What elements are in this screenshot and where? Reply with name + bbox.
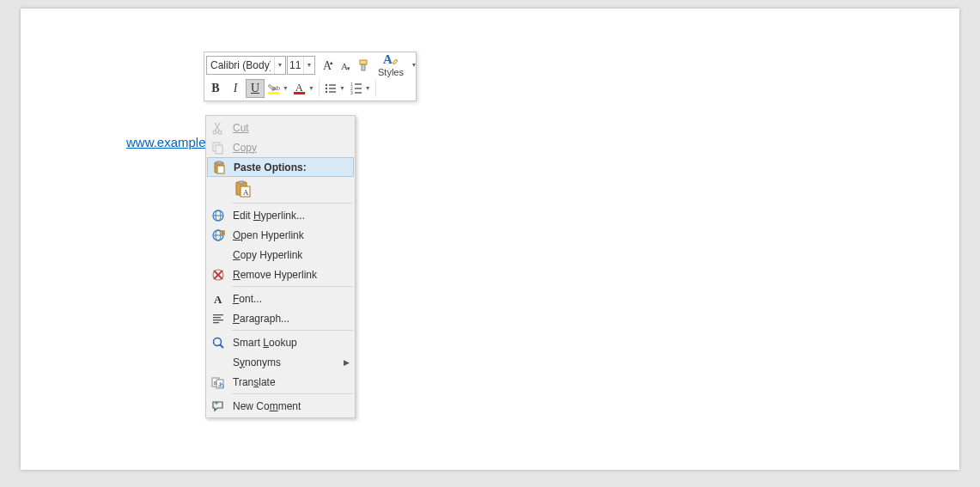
svg-rect-29	[217, 166, 224, 173]
svg-rect-26	[216, 145, 222, 154]
chevron-down-icon: ▼	[281, 85, 289, 91]
blank-icon	[209, 247, 228, 264]
svg-rect-45	[213, 314, 223, 315]
styles-icon: A	[382, 52, 399, 66]
svg-text:▴: ▴	[330, 59, 333, 65]
svg-text:A: A	[214, 293, 222, 306]
menu-item-paste-options[interactable]: Paste Options:	[207, 157, 354, 177]
separator	[375, 80, 376, 97]
remove-hyperlink-icon	[209, 266, 228, 283]
font-size-input[interactable]	[288, 59, 303, 71]
svg-text:A: A	[383, 52, 393, 66]
bullets-icon	[324, 82, 338, 95]
menu-item-copy[interactable]: Copy	[206, 137, 355, 157]
svg-text:3: 3	[350, 90, 353, 95]
svg-rect-4	[360, 60, 367, 64]
svg-rect-48	[213, 322, 219, 323]
svg-rect-5	[362, 64, 365, 70]
svg-rect-22	[355, 92, 362, 93]
menu-separator	[232, 393, 353, 394]
smart-lookup-icon	[209, 334, 228, 351]
numbering-button[interactable]: 1 2 3 ▼	[348, 79, 373, 98]
separator	[319, 80, 320, 97]
paste-icon	[210, 159, 228, 176]
format-painter-button[interactable]	[356, 56, 373, 75]
menu-item-paragraph[interactable]: Paragraph...	[206, 308, 355, 328]
svg-rect-12	[329, 84, 336, 85]
chevron-down-icon[interactable]: ▼	[303, 57, 314, 74]
cut-icon	[209, 119, 228, 137]
font-size-combo[interactable]: ▼	[287, 56, 315, 75]
decrease-font-size-button[interactable]: A▾	[338, 56, 355, 75]
highlight-icon: ab	[267, 82, 281, 95]
bold-button[interactable]: B	[206, 79, 225, 98]
paste-clipboard-icon: A	[234, 180, 252, 198]
menu-item-cut[interactable]: Cut	[206, 118, 355, 137]
styles-dropdown[interactable]: ▼	[405, 56, 422, 75]
svg-rect-14	[329, 88, 336, 88]
underline-button[interactable]: U	[246, 79, 265, 98]
menu-item-new-comment[interactable]: New Comment	[206, 396, 355, 416]
svg-text:A: A	[295, 82, 303, 94]
translate-icon: aあ	[209, 374, 228, 391]
open-hyperlink-icon	[209, 227, 228, 244]
font-name-combo[interactable]: ▼	[206, 56, 286, 75]
new-comment-icon	[209, 398, 228, 415]
format-painter-icon	[357, 58, 371, 72]
svg-rect-16	[329, 91, 336, 92]
edit-hyperlink-icon	[209, 207, 228, 224]
increase-font-size-button[interactable]: A▴	[320, 56, 337, 75]
submenu-arrow-icon: ▶	[344, 358, 350, 367]
svg-rect-28	[216, 161, 222, 164]
chevron-down-icon[interactable]: ▼	[274, 57, 285, 74]
svg-rect-8	[268, 92, 279, 94]
font-name-input[interactable]	[207, 59, 274, 71]
paste-options-row: A	[206, 177, 355, 201]
svg-rect-20	[355, 88, 362, 88]
numbering-icon: 1 2 3	[350, 82, 363, 95]
highlight-color-button[interactable]: ab ▼	[265, 79, 290, 98]
chevron-down-icon: ▼	[307, 85, 314, 91]
blank-icon	[209, 354, 228, 371]
svg-point-15	[326, 90, 327, 92]
font-icon: A	[209, 290, 228, 307]
styles-label: Styles	[378, 68, 404, 77]
svg-text:ab: ab	[272, 84, 280, 92]
svg-rect-18	[355, 83, 362, 84]
mini-toolbar: ▼ ▼ A▴ A▾ A Styles ▼ B I	[204, 52, 417, 101]
copy-icon	[209, 139, 228, 156]
styles-button[interactable]: A Styles	[378, 52, 404, 77]
svg-rect-46	[213, 317, 221, 318]
document-page: www.example.com	[21, 9, 959, 470]
paste-keep-text-only-button[interactable]: A	[232, 178, 254, 200]
underline-icon: U	[251, 82, 259, 95]
svg-text:▾: ▾	[347, 65, 350, 71]
chevron-down-icon: ▼	[363, 85, 371, 91]
menu-item-translate[interactable]: aあ Translate	[206, 372, 355, 392]
decrease-font-icon: A▾	[339, 58, 353, 72]
italic-button[interactable]: I	[226, 79, 245, 98]
menu-item-edit-hyperlink[interactable]: Edit Hyperlink...	[206, 205, 355, 225]
svg-rect-31	[239, 181, 244, 184]
chevron-down-icon: ▼	[338, 85, 345, 91]
font-color-button[interactable]: A ▼	[291, 79, 316, 98]
paragraph-icon	[209, 310, 228, 327]
context-menu: Cut Copy Paste Options: A	[205, 115, 356, 418]
menu-item-copy-hyperlink[interactable]: Copy Hyperlink	[206, 245, 355, 265]
menu-item-remove-hyperlink[interactable]: Remove Hyperlink	[206, 265, 355, 284]
svg-rect-10	[294, 92, 305, 94]
menu-item-font[interactable]: A Font...	[206, 289, 355, 308]
svg-point-11	[326, 83, 327, 85]
menu-item-open-hyperlink[interactable]: Open Hyperlink	[206, 225, 355, 245]
svg-text:あ: あ	[218, 381, 224, 388]
menu-separator	[232, 330, 353, 331]
font-color-icon: A	[293, 82, 307, 95]
svg-line-50	[220, 344, 223, 348]
menu-item-synonyms[interactable]: Synonyms ▶	[206, 352, 355, 372]
menu-separator	[232, 203, 353, 204]
svg-text:a: a	[214, 380, 217, 386]
italic-icon: I	[234, 82, 238, 95]
menu-item-smart-lookup[interactable]: Smart Lookup	[206, 332, 355, 352]
bold-icon: B	[211, 82, 219, 95]
bullets-button[interactable]: ▼	[322, 79, 347, 98]
